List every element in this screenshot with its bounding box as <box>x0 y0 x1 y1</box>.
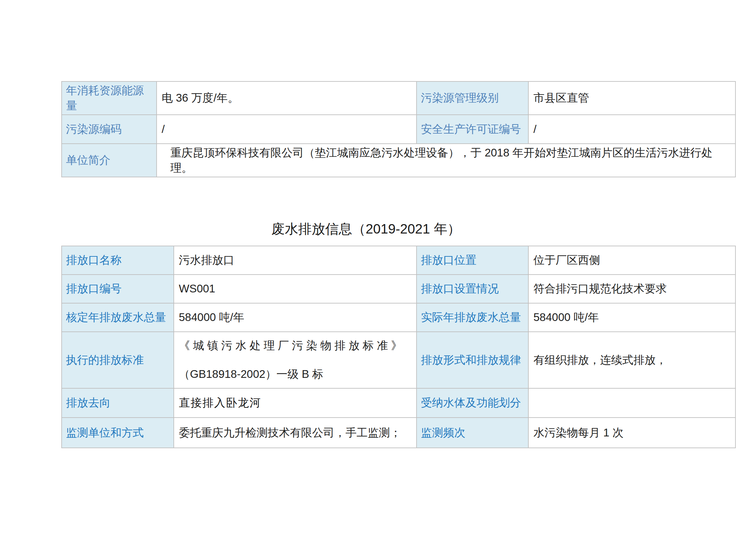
annual-energy-consumption-label: 年消耗资源能源量 <box>62 81 157 115</box>
annual-energy-consumption-value: 电 36 万度/年。 <box>157 81 417 115</box>
discharge-standard-value: 《城镇污水处理厂污染物排放标准》 （GB18918-2002）一级 B 标 <box>174 332 417 388</box>
discharge-form-pattern-value: 有组织排放，连续式排放， <box>528 332 735 388</box>
table-row: 污染源编码 / 安全生产许可证编号 / <box>62 115 735 144</box>
discharge-standard-label: 执行的排放标准 <box>62 332 174 388</box>
pollution-source-code-value: / <box>157 115 417 144</box>
discharge-form-pattern-label: 排放形式和排放规律 <box>417 332 528 388</box>
discharge-standard-line2: （GB18918-2002）一级 B 标 <box>179 367 412 382</box>
table-row: 排放口名称 污水排放口 排放口位置 位于厂区西侧 <box>62 246 735 275</box>
pollution-source-admin-level-value: 市县区直管 <box>528 81 735 115</box>
outlet-location-label: 排放口位置 <box>417 246 528 275</box>
wastewater-discharge-table: 排放口名称 污水排放口 排放口位置 位于厂区西侧 排放口编号 WS001 排放口… <box>61 246 736 448</box>
safety-production-permit-label: 安全生产许可证编号 <box>417 115 528 144</box>
receiving-water-body-value <box>528 388 735 418</box>
pollution-source-code-label: 污染源编码 <box>62 115 157 144</box>
table-row: 排放口编号 WS001 排放口设置情况 符合排污口规范化技术要求 <box>62 275 735 303</box>
outlet-location-value: 位于厂区西侧 <box>528 246 735 275</box>
discharge-destination-value: 直接排入卧龙河 <box>174 388 417 418</box>
outlet-number-value: WS001 <box>174 275 417 303</box>
monitoring-frequency-value: 水污染物每月 1 次 <box>528 418 735 448</box>
section-title-wastewater-discharge: 废水排放信息（2019-2021 年） <box>0 219 732 238</box>
document-page: 年消耗资源能源量 电 36 万度/年。 污染源管理级别 市县区直管 污染源编码 … <box>0 0 756 534</box>
pollution-source-info-table: 年消耗资源能源量 电 36 万度/年。 污染源管理级别 市县区直管 污染源编码 … <box>61 81 736 177</box>
outlet-name-label: 排放口名称 <box>62 246 174 275</box>
approved-annual-wastewater-label: 核定年排放废水总量 <box>62 303 174 332</box>
discharge-standard-line1: 《城镇污水处理厂污染物排放标准》 <box>179 338 412 353</box>
monitoring-unit-method-value: 委托重庆九升检测技术有限公司，手工监测； <box>174 418 417 448</box>
table-row: 核定年排放废水总量 584000 吨/年 实际年排放废水总量 584000 吨/… <box>62 303 735 332</box>
table-row: 监测单位和方式 委托重庆九升检测技术有限公司，手工监测； 监测频次 水污染物每月… <box>62 418 735 448</box>
company-profile-value: 重庆昆顶环保科技有限公司（垫江城南应急污水处理设备），于 2018 年开始对垫江… <box>157 144 735 177</box>
receiving-water-body-label: 受纳水体及功能划分 <box>417 388 528 418</box>
approved-annual-wastewater-value: 584000 吨/年 <box>174 303 417 332</box>
table-row: 排放去向 直接排入卧龙河 受纳水体及功能划分 <box>62 388 735 418</box>
table-row: 年消耗资源能源量 电 36 万度/年。 污染源管理级别 市县区直管 <box>62 81 735 115</box>
monitoring-frequency-label: 监测频次 <box>417 418 528 448</box>
safety-production-permit-value: / <box>528 115 735 144</box>
monitoring-unit-method-label: 监测单位和方式 <box>62 418 174 448</box>
outlet-name-value: 污水排放口 <box>174 246 417 275</box>
actual-annual-wastewater-value: 584000 吨/年 <box>528 303 735 332</box>
company-profile-label: 单位简介 <box>62 144 157 177</box>
table-row: 执行的排放标准 《城镇污水处理厂污染物排放标准》 （GB18918-2002）一… <box>62 332 735 388</box>
table-row: 单位简介 重庆昆顶环保科技有限公司（垫江城南应急污水处理设备），于 2018 年… <box>62 144 735 177</box>
outlet-setup-status-label: 排放口设置情况 <box>417 275 528 303</box>
outlet-number-label: 排放口编号 <box>62 275 174 303</box>
actual-annual-wastewater-label: 实际年排放废水总量 <box>417 303 528 332</box>
outlet-setup-status-value: 符合排污口规范化技术要求 <box>528 275 735 303</box>
pollution-source-admin-level-label: 污染源管理级别 <box>417 81 528 115</box>
discharge-destination-label: 排放去向 <box>62 388 174 418</box>
